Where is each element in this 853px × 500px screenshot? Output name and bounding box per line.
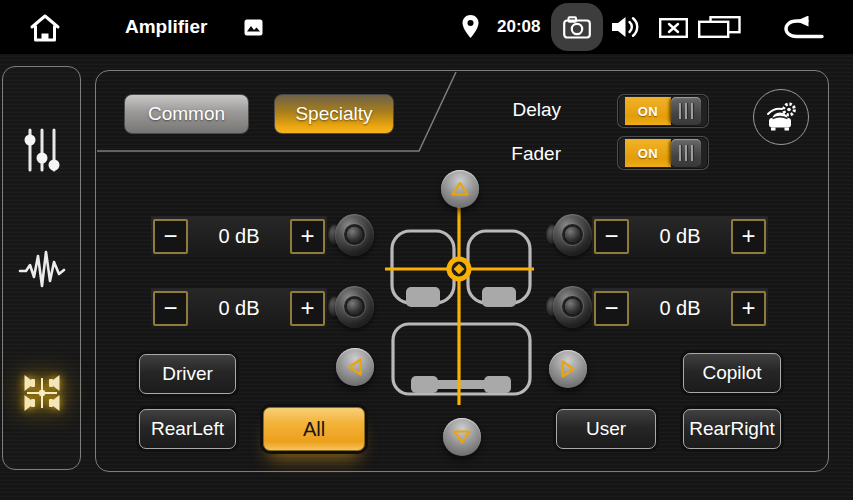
gain-plus-button[interactable]: + [731,219,766,254]
recent-apps-button[interactable] [698,16,741,38]
delay-toggle[interactable]: ON [618,95,708,127]
car-setup-icon [763,101,799,133]
speaker-balance-icon [19,370,65,416]
preset-rearright-button[interactable]: RearRight [683,409,781,449]
preset-copilot-button[interactable]: Copilot [683,353,781,393]
preset-driver-button[interactable]: Driver [139,354,236,394]
car-setup-button[interactable] [753,89,809,145]
volume-icon [612,15,643,39]
gain-control-front-right: − 0 dB + [592,216,768,256]
toggle-knob [671,97,701,125]
gain-value: 0 dB [218,297,259,320]
gain-control-rear-left: − 0 dB + [151,288,327,328]
gain-minus-button[interactable]: − [153,291,188,326]
preset-user-button[interactable]: User [556,409,656,449]
home-icon [28,12,62,44]
balance-target[interactable] [447,257,472,282]
page-title: Amplifier [125,0,207,54]
close-app-icon [659,18,688,38]
gain-plus-button[interactable]: + [290,291,325,326]
balance-up-button[interactable] [441,170,479,208]
down-arrow-icon [452,427,472,447]
balance-left-button[interactable] [336,348,374,386]
speaker-icon [546,212,592,258]
delay-label: Delay [481,99,561,125]
speaker-icon [546,284,592,330]
gain-minus-button[interactable]: − [594,291,629,326]
gain-value: 0 dB [659,297,700,320]
right-arrow-icon [558,359,578,379]
preset-all-button[interactable]: All [263,407,365,451]
speaker-icon [328,284,374,330]
preset-rearleft-button[interactable]: RearLeft [139,409,236,449]
seat-map [384,179,538,409]
tab-specialty[interactable]: Specialty [274,94,394,134]
balance-panel: Common Specialty Delay ON Fader ON − 0 d… [95,70,829,472]
status-bar: Amplifier 20:08 [0,0,853,54]
toggle-on-label: ON [625,97,671,125]
sidebar-item-sound-effect[interactable] [18,248,66,292]
up-arrow-icon [450,179,470,199]
gain-minus-button[interactable]: − [594,219,629,254]
gain-control-rear-right: − 0 dB + [592,288,768,328]
gallery-icon [244,19,263,36]
gain-minus-button[interactable]: − [153,219,188,254]
close-app-button[interactable] [659,18,688,38]
tab-common[interactable]: Common [124,94,249,134]
balance-right-button[interactable] [549,350,587,388]
balance-down-button[interactable] [443,418,481,456]
back-button[interactable] [783,16,824,41]
back-icon [783,16,824,41]
fader-toggle[interactable]: ON [618,137,708,169]
sidebar [2,66,81,470]
toggle-knob [671,139,701,167]
volume-button[interactable] [612,15,643,39]
sound-wave-icon [18,248,66,292]
recent-apps-icon [698,16,741,38]
gain-plus-button[interactable]: + [731,291,766,326]
location-icon [462,15,479,38]
gain-value: 0 dB [659,225,700,248]
sidebar-item-balance[interactable] [19,370,65,416]
left-arrow-icon [345,357,365,377]
home-button[interactable] [26,11,64,45]
speaker-icon [328,212,374,258]
camera-icon [563,16,591,39]
sidebar-item-equalizer[interactable] [23,127,61,173]
gain-control-front-left: − 0 dB + [151,216,327,256]
fader-label: Fader [481,143,561,169]
gain-value: 0 dB [218,225,259,248]
equalizer-icon [23,127,61,173]
gain-plus-button[interactable]: + [290,219,325,254]
toggle-on-label: ON [625,139,671,167]
screenshot-button[interactable] [551,3,603,51]
clock: 20:08 [497,0,540,54]
